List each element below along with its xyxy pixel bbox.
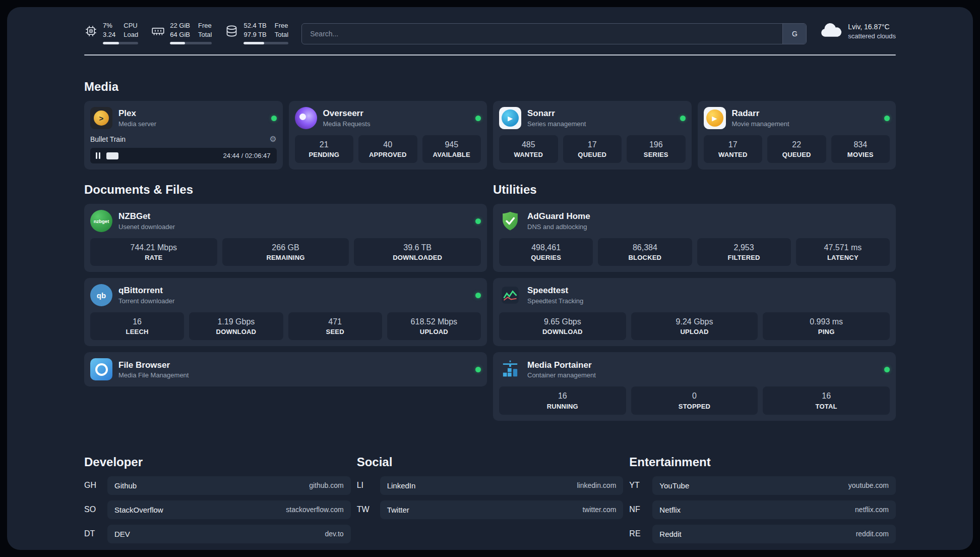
stat-latency: 47.571 ms LATENCY xyxy=(796,238,890,266)
bookmark-link[interactable]: StackOverflow stackoverflow.com xyxy=(107,500,351,519)
section-title-documents: Documents & Files xyxy=(84,183,487,197)
app-card-portainer[interactable]: Media Portainer Container management 16 … xyxy=(493,352,896,420)
bookmark-abbr: SO xyxy=(84,505,107,514)
bookmark-link[interactable]: Netflix netflix.com xyxy=(652,500,896,519)
app-card-nzbget[interactable]: nzbget NZBGet Usenet downloader 744.21 M… xyxy=(84,204,487,272)
app-name: Radarr xyxy=(732,108,789,119)
stat-series: 196 SERIES xyxy=(627,135,686,163)
disk-total-value: 97.9 TB xyxy=(243,31,266,39)
app-card-overseerr[interactable]: Overseerr Media Requests 21 PENDING 40 A… xyxy=(289,101,487,170)
app-card-adguard[interactable]: AdGuard Home DNS and adblocking 498,461 … xyxy=(493,204,896,272)
disk-usage-bar xyxy=(243,42,288,44)
app-name: Overseerr xyxy=(323,108,371,119)
bookmark-youtube: YT YouTube youtube.com xyxy=(629,476,896,495)
bookmark-abbr: NF xyxy=(629,505,652,514)
bookmark-link[interactable]: Reddit reddit.com xyxy=(652,525,896,543)
cpu-chip-icon xyxy=(84,24,98,38)
stat-rate: 744.21 Mbps RATE xyxy=(90,238,217,266)
stat-wanted: 485 WANTED xyxy=(499,135,558,163)
app-subtitle: Container management xyxy=(527,371,596,379)
status-dot xyxy=(475,293,481,298)
app-subtitle: Media Requests xyxy=(323,120,371,128)
bookmark-link[interactable]: Github github.com xyxy=(107,476,351,495)
app-name: qBittorrent xyxy=(118,286,174,296)
stat-queued: 22 QUEUED xyxy=(767,135,826,163)
media-section: > Plex Media server Bullet Train ⚙ 24:44… xyxy=(84,101,896,170)
app-subtitle: Speedtest Tracking xyxy=(527,297,583,305)
desktop-background: 7% 3.24 CPU Load xyxy=(0,0,980,557)
stat-total: 16 TOTAL xyxy=(763,386,890,414)
qbittorrent-icon: qb xyxy=(90,284,112,306)
stat-download: 9.65 Gbps DOWNLOAD xyxy=(499,312,626,340)
stat-running: 16 RUNNING xyxy=(499,386,626,414)
app-name: AdGuard Home xyxy=(527,211,590,221)
gear-icon[interactable]: ⚙ xyxy=(269,135,276,143)
cpu-load-label: Load xyxy=(124,31,138,39)
app-card-qbittorrent[interactable]: qb qBittorrent Torrent downloader 16 LEE… xyxy=(84,278,487,346)
stat-seed: 471 SEED xyxy=(288,312,382,340)
pause-button[interactable] xyxy=(95,151,101,160)
bookmark-abbr: RE xyxy=(629,529,652,538)
stat-queued: 17 QUEUED xyxy=(563,135,622,163)
bookmark-twitter: TW Twitter twitter.com xyxy=(357,500,624,519)
search-input[interactable] xyxy=(302,24,782,44)
stat-remaining: 266 GB REMAINING xyxy=(222,238,349,266)
bookmark-github: GH Github github.com xyxy=(84,476,351,495)
app-name: NZBGet xyxy=(118,211,175,221)
stat-upload: 9.24 Gbps UPLOAD xyxy=(631,312,758,340)
stat-approved: 40 APPROVED xyxy=(358,135,417,163)
top-bar: 7% 3.24 CPU Load xyxy=(84,22,896,44)
memory-icon xyxy=(151,24,165,38)
app-card-filebrowser[interactable]: File Browser Media File Management xyxy=(84,352,487,386)
app-subtitle: Media server xyxy=(118,120,156,128)
bookmark-stackoverflow: SO StackOverflow stackoverflow.com xyxy=(84,500,351,519)
stat-ping: 0.993 ms PING xyxy=(763,312,890,340)
cpu-label: CPU xyxy=(124,22,138,30)
documents-column: Documents & Files nzbget NZBGet Usenet d… xyxy=(84,170,487,393)
bookmark-group-entertainment: Entertainment YT YouTube youtube.com NF … xyxy=(629,455,896,549)
app-subtitle: Usenet downloader xyxy=(118,223,175,231)
utilities-column: Utilities AdGuard Home xyxy=(493,170,896,427)
section-title-media: Media xyxy=(84,80,896,94)
search-engine-button[interactable]: G xyxy=(782,24,806,44)
overseerr-icon xyxy=(295,107,317,129)
disk-free-label: Free xyxy=(275,22,288,30)
ram-total-value: 64 GiB xyxy=(170,31,190,39)
storage-icon xyxy=(225,24,238,38)
disk-free-value: 52.4 TB xyxy=(243,22,266,30)
app-name: Sonarr xyxy=(527,108,586,119)
bookmark-dev: DT DEV dev.to xyxy=(84,525,351,543)
seek-bar[interactable] xyxy=(106,152,218,159)
app-name: File Browser xyxy=(118,360,189,370)
radarr-icon: ▶ xyxy=(704,107,726,129)
app-card-sonarr[interactable]: ▶ Sonarr Series management 485 WANTED 17… xyxy=(493,101,692,170)
app-subtitle: Media File Management xyxy=(118,371,189,379)
stat-pending: 21 PENDING xyxy=(295,135,354,163)
weather-condition: scattered clouds xyxy=(848,32,896,40)
bookmark-abbr: TW xyxy=(357,505,380,514)
status-dot xyxy=(884,116,890,121)
bookmark-link[interactable]: Twitter twitter.com xyxy=(380,500,624,519)
stat-wanted: 17 WANTED xyxy=(704,135,763,163)
app-subtitle: Movie management xyxy=(732,120,789,128)
status-dot xyxy=(475,367,481,372)
dashboard-panel: 7% 3.24 CPU Load xyxy=(7,7,973,550)
section-title-social: Social xyxy=(357,455,624,469)
bookmark-netflix: NF Netflix netflix.com xyxy=(629,500,896,519)
app-subtitle: DNS and adblocking xyxy=(527,223,590,231)
plex-icon: > xyxy=(90,107,112,129)
bookmark-link[interactable]: LinkedIn linkedin.com xyxy=(380,476,624,495)
app-card-speedtest[interactable]: Speedtest Speedtest Tracking 9.65 Gbps D… xyxy=(493,278,896,346)
bookmark-link[interactable]: YouTube youtube.com xyxy=(652,476,896,495)
bookmark-link[interactable]: DEV dev.to xyxy=(107,525,351,543)
stat-leech: 16 LEECH xyxy=(90,312,184,340)
ram-total-label: Total xyxy=(198,31,212,39)
app-card-plex[interactable]: > Plex Media server Bullet Train ⚙ 24:44… xyxy=(84,101,283,170)
section-title-utilities: Utilities xyxy=(493,183,896,197)
app-card-radarr[interactable]: ▶ Radarr Movie management 17 WANTED 22 Q… xyxy=(698,101,896,170)
section-title-entertainment: Entertainment xyxy=(629,455,896,469)
app-name: Media Portainer xyxy=(527,360,596,370)
status-dot xyxy=(680,116,686,121)
weather-location: Lviv, 16.87°C xyxy=(848,23,896,31)
app-name: Speedtest xyxy=(527,286,583,296)
